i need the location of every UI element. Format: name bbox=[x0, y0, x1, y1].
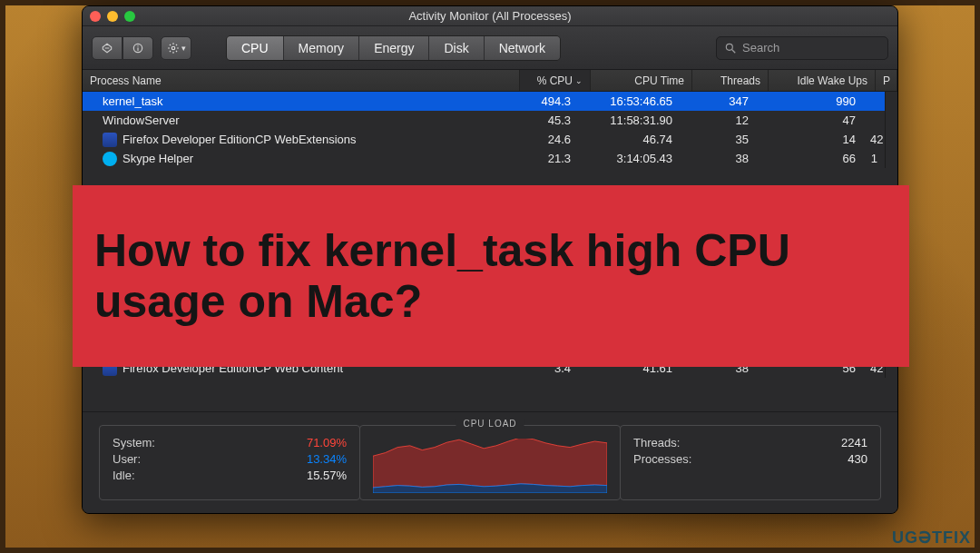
svg-rect-4 bbox=[137, 47, 138, 51]
svg-point-6 bbox=[726, 44, 732, 50]
watermark: UGƏTFIX bbox=[892, 528, 971, 548]
chevron-down-icon: ▾ bbox=[181, 44, 186, 53]
scrollbar[interactable] bbox=[885, 92, 897, 168]
cell-wakeups: 14 bbox=[756, 133, 863, 146]
process-name: Firefox Developer EditionCP WebExtension… bbox=[122, 133, 356, 146]
process-name: WindowServer bbox=[103, 114, 180, 127]
headline-overlay: How to fix kernel_task high CPU usage on… bbox=[73, 185, 909, 367]
cell-extra: 42 bbox=[863, 133, 885, 146]
cell-extra: 1 bbox=[863, 152, 885, 165]
cell-cpu: 45.3 bbox=[507, 114, 578, 127]
stat-label: User: bbox=[113, 452, 141, 466]
cell-time: 16:53:46.65 bbox=[578, 94, 680, 108]
col-process-name[interactable]: Process Name bbox=[83, 70, 520, 91]
cell-threads: 35 bbox=[680, 133, 756, 146]
sort-desc-icon: ⌄ bbox=[575, 76, 583, 85]
table-row[interactable]: Skype Helper21.33:14:05.4338661 bbox=[83, 149, 885, 168]
cpu-load-chart bbox=[373, 439, 607, 493]
cell-threads: 347 bbox=[680, 94, 756, 108]
headline-text: How to fix kernel_task high CPU usage on… bbox=[94, 225, 887, 327]
stat-label: Processes: bbox=[633, 452, 691, 466]
cell-threads: 12 bbox=[680, 114, 756, 127]
toolbar: ▾ CPUMemoryEnergyDiskNetwork Search bbox=[83, 26, 897, 70]
stat-label: System: bbox=[113, 436, 155, 449]
stat-value: 15.57% bbox=[307, 469, 347, 482]
cell-wakeups: 990 bbox=[756, 94, 863, 108]
table-row[interactable]: kernel_task494.316:53:46.65347990 bbox=[83, 92, 885, 111]
window-title: Activity Monitor (All Processes) bbox=[408, 9, 571, 23]
stat-label: Idle: bbox=[113, 469, 135, 482]
search-input[interactable]: Search bbox=[716, 36, 888, 60]
tab-cpu[interactable]: CPU bbox=[227, 36, 284, 60]
table-header: Process Name % CPU⌄ CPU Time Threads Idl… bbox=[83, 70, 897, 92]
col-threads[interactable]: Threads bbox=[692, 70, 769, 91]
options-button[interactable]: ▾ bbox=[161, 36, 191, 60]
cpu-load-chart-box: CPU LOAD bbox=[359, 425, 621, 500]
app-icon bbox=[103, 133, 117, 147]
cell-wakeups: 47 bbox=[756, 114, 863, 127]
stop-process-button[interactable] bbox=[92, 36, 122, 60]
col-cpu[interactable]: % CPU⌄ bbox=[520, 70, 591, 91]
cpu-usage-box: System:71.09%User:13.34%Idle:15.57% bbox=[99, 425, 360, 500]
cpu-summary-panel: System:71.09%User:13.34%Idle:15.57% CPU … bbox=[83, 411, 897, 513]
search-icon bbox=[724, 42, 737, 54]
cell-wakeups: 66 bbox=[756, 152, 863, 165]
cell-cpu: 24.6 bbox=[507, 133, 578, 146]
cell-cpu: 21.3 bbox=[507, 152, 578, 165]
info-icon bbox=[132, 42, 144, 54]
cell-time: 46.74 bbox=[578, 133, 680, 146]
close-icon[interactable] bbox=[90, 11, 101, 22]
tab-energy[interactable]: Energy bbox=[359, 36, 429, 60]
inspect-process-button[interactable] bbox=[122, 36, 153, 60]
cell-cpu: 494.3 bbox=[507, 94, 578, 108]
stat-value: 430 bbox=[848, 452, 867, 466]
search-placeholder: Search bbox=[742, 41, 779, 54]
cell-threads: 38 bbox=[680, 152, 756, 165]
tab-network[interactable]: Network bbox=[485, 36, 560, 60]
col-wakeups[interactable]: Idle Wake Ups bbox=[769, 70, 876, 91]
stop-icon bbox=[101, 42, 113, 54]
col-cpu-time[interactable]: CPU Time bbox=[591, 70, 692, 91]
stat-label: Threads: bbox=[633, 436, 680, 449]
gear-icon bbox=[167, 42, 180, 54]
process-table: kernel_task494.316:53:46.65347990WindowS… bbox=[83, 92, 885, 168]
app-icon bbox=[103, 152, 117, 166]
table-row[interactable]: WindowServer45.311:58:31.901247 bbox=[83, 111, 885, 130]
tab-memory[interactable]: Memory bbox=[284, 36, 360, 60]
traffic-lights bbox=[90, 11, 135, 22]
process-name: Skype Helper bbox=[122, 152, 193, 165]
svg-line-7 bbox=[732, 49, 736, 53]
tab-segmented-control: CPUMemoryEnergyDiskNetwork bbox=[226, 35, 561, 61]
stat-value: 13.34% bbox=[307, 452, 347, 466]
svg-point-5 bbox=[172, 46, 175, 50]
table-row[interactable]: Firefox Developer EditionCP WebExtension… bbox=[83, 130, 885, 149]
cell-time: 11:58:31.90 bbox=[578, 114, 680, 127]
cell-time: 3:14:05.43 bbox=[578, 152, 680, 165]
process-name: kernel_task bbox=[103, 94, 162, 108]
zoom-icon[interactable] bbox=[124, 11, 135, 22]
svg-point-3 bbox=[137, 44, 138, 45]
stat-value: 2241 bbox=[841, 436, 867, 449]
chart-title: CPU LOAD bbox=[456, 419, 524, 429]
minimize-icon[interactable] bbox=[107, 11, 118, 22]
titlebar[interactable]: Activity Monitor (All Processes) bbox=[83, 6, 897, 26]
stat-value: 71.09% bbox=[307, 436, 347, 449]
col-extra[interactable]: P bbox=[876, 70, 897, 91]
cpu-counts-box: Threads:2241Processes:430 bbox=[620, 425, 881, 500]
tab-disk[interactable]: Disk bbox=[429, 36, 484, 60]
